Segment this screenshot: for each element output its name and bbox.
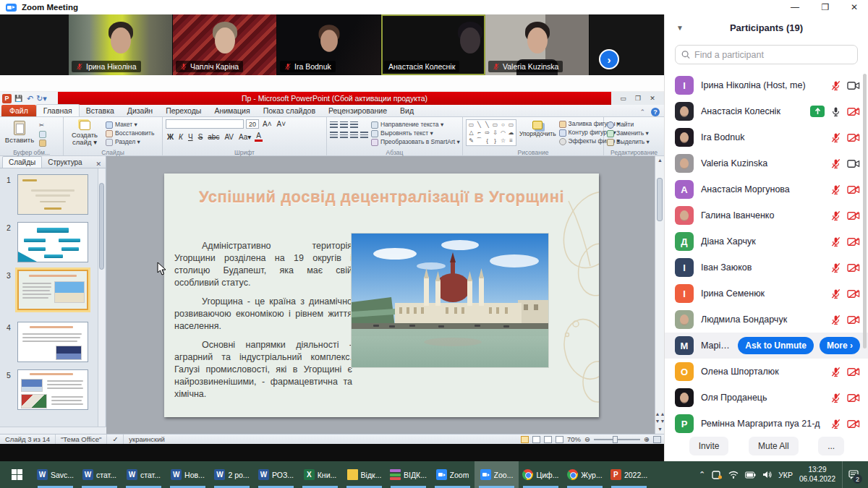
status-language[interactable]: украинский [124, 435, 170, 444]
help-icon[interactable]: ? [651, 108, 660, 116]
video-tile[interactable]: Valeria Kuzinska [485, 14, 590, 75]
ppt-tab-3[interactable]: Дизайн [121, 105, 159, 116]
shapes-gallery[interactable]: ▭╲╲▭○▭ △⌐⇨⇩◠☁ ✎⌒{}☆≡ [466, 119, 516, 146]
clock[interactable]: 13:29 06.04.2022 [799, 466, 835, 484]
participant-search[interactable] [675, 45, 858, 64]
language-indicator[interactable]: УКР [778, 471, 793, 479]
taskbar-app-8[interactable]: ВІДК... [386, 461, 430, 488]
select-button[interactable]: Выделить ▾ [607, 139, 650, 146]
redo-icon[interactable]: ↻▾ [37, 94, 46, 103]
taskbar-app-5[interactable]: WРОЗ... [254, 461, 298, 488]
slide-thumbnail-5[interactable]: 5 [0, 369, 98, 410]
zoom-out-icon[interactable]: ⊖ [584, 435, 590, 443]
current-slide[interactable]: Успішний досвід децентралізації в Угорщи… [164, 174, 599, 417]
participant-row[interactable]: Valeria Kuzinska [665, 150, 868, 176]
ask-to-unmute-button[interactable]: Ask to Unmute [738, 337, 814, 354]
layout-button[interactable]: Макет ▾ [106, 121, 154, 129]
minimize-button[interactable]: — [783, 0, 807, 14]
ppt-tab-5[interactable]: Анимация [208, 105, 256, 116]
slideshow-icon[interactable] [556, 436, 563, 443]
slide-thumbnail-3[interactable]: 3 [0, 270, 98, 310]
tab-slides[interactable]: Слайды [2, 156, 42, 168]
taskbar-app-6[interactable]: XКни... [298, 461, 342, 488]
slide-thumbnail-2[interactable]: 2 [0, 222, 98, 262]
shrink-font-icon[interactable]: A˅ [276, 120, 288, 128]
pane-scrollbar[interactable] [98, 168, 105, 427]
more-button[interactable]: More › [820, 337, 860, 354]
video-tile[interactable]: Чапліч Каріна [173, 14, 277, 75]
ppt-restore-icon[interactable]: ❐ [635, 95, 641, 102]
grow-font-icon[interactable]: A˄ [261, 120, 273, 128]
collapse-ribbon-icon[interactable]: ⌃ [639, 108, 645, 116]
align-text-button[interactable]: Выровнять текст ▾ [371, 130, 460, 137]
restore-button[interactable]: ❐ [813, 0, 838, 14]
copy-icon[interactable] [39, 131, 46, 138]
ppt-tab-7[interactable]: Рецензирование [322, 105, 393, 116]
smartart-button[interactable]: Преобразовать в SmartArt ▾ [371, 139, 460, 146]
taskbar-app-3[interactable]: WНов... [166, 461, 210, 488]
participant-row[interactable]: OОлена Шпорталюк [665, 359, 868, 385]
chevron-down-icon[interactable]: ▼ [676, 24, 684, 32]
reading-view-icon[interactable] [544, 436, 552, 443]
participant-row[interactable]: Людмила Бондарчук [665, 307, 868, 333]
spellcheck-icon[interactable]: ✓ [107, 435, 124, 444]
video-tile[interactable]: Ira Bodnuk [277, 14, 381, 75]
replace-button[interactable]: Заменить ▾ [607, 130, 650, 137]
align-right-icon[interactable] [350, 132, 358, 138]
text-direction-button[interactable]: Направление текста ▾ [371, 121, 460, 129]
ppt-close-icon[interactable]: ✕ [650, 95, 655, 102]
ppt-tab-1[interactable]: Главная [36, 104, 80, 116]
cut-icon[interactable]: ✂ [39, 122, 46, 129]
participant-row[interactable]: MМарія... Ask to Unmute More › [665, 333, 868, 359]
video-tile[interactable]: Ірина Ніколіна [69, 14, 173, 75]
ppt-tab-0[interactable]: Файл [1, 105, 36, 116]
taskbar-app-7[interactable]: Відк... [342, 461, 386, 488]
new-slide-button[interactable]: Создать слайд ▾ [67, 119, 103, 147]
normal-view-icon[interactable] [521, 436, 529, 443]
character-spacing-icon[interactable]: AV [223, 133, 235, 141]
pane-hscrollbar[interactable] [0, 427, 106, 434]
paste-button[interactable]: Вставить [3, 119, 36, 144]
taskbar-app-2[interactable]: Wстат... [122, 461, 166, 488]
reset-button[interactable]: Восстановить [106, 130, 154, 137]
taskbar-app-10[interactable]: Zoo... [475, 461, 519, 488]
ppt-tab-4[interactable]: Переходы [159, 105, 208, 116]
participant-row[interactable]: ДДіана Харчук [665, 228, 868, 254]
ppt-tab-2[interactable]: Вставка [80, 105, 121, 116]
participant-row[interactable]: IІван Заюков [665, 254, 868, 281]
justify-icon[interactable] [360, 132, 368, 138]
bullets-icon[interactable] [330, 121, 338, 128]
indent-icon[interactable] [350, 121, 358, 128]
font-size-select[interactable]: 20 [246, 119, 259, 129]
slide-thumbnail-4[interactable]: 4 [0, 322, 98, 362]
font-style-button-2[interactable]: Ч [187, 133, 195, 141]
slide-sorter-icon[interactable] [532, 436, 540, 443]
find-button[interactable]: Найти [607, 121, 650, 129]
mute-all-button[interactable]: Mute All [749, 437, 799, 455]
pane-close-icon[interactable]: ✕ [95, 160, 106, 168]
next-videos-button[interactable]: › [599, 49, 619, 69]
ppt-tab-6[interactable]: Показ слайдов [257, 105, 322, 116]
font-style-button-3[interactable]: S [197, 133, 205, 141]
undo-icon[interactable]: ↶ [25, 94, 35, 103]
more-options-button[interactable]: ... [818, 437, 844, 455]
battery-icon[interactable] [745, 471, 756, 479]
ppt-tab-8[interactable]: Вид [393, 105, 420, 116]
participant-row[interactable]: IІрина Ніколіна (Host, me) [665, 72, 868, 98]
taskbar-app-9[interactable]: Zoom [430, 461, 475, 488]
tray-chevron-icon[interactable]: ⌃ [699, 470, 705, 479]
ppt-app-icon[interactable]: P [2, 94, 12, 103]
tab-outline[interactable]: Структура [42, 157, 88, 168]
font-color-icon[interactable]: A [255, 132, 263, 142]
participant-row[interactable]: AАнастасія Моргунова [665, 176, 868, 202]
font-name-select[interactable] [166, 119, 244, 129]
participant-row[interactable]: IІрина Семенюк [665, 281, 868, 307]
slide-scrollbar[interactable]: ▲ ▲▲ ▼▼ ▼ [655, 156, 664, 434]
wifi-icon[interactable] [728, 471, 739, 479]
action-center-icon[interactable] [712, 471, 722, 479]
taskbar-app-0[interactable]: WSavc... [33, 461, 77, 488]
volume-icon[interactable] [762, 471, 772, 479]
font-style-button-0[interactable]: Ж [166, 133, 175, 141]
section-button[interactable]: Раздел ▾ [106, 139, 154, 146]
taskbar-app-13[interactable]: P2022... [607, 461, 651, 488]
